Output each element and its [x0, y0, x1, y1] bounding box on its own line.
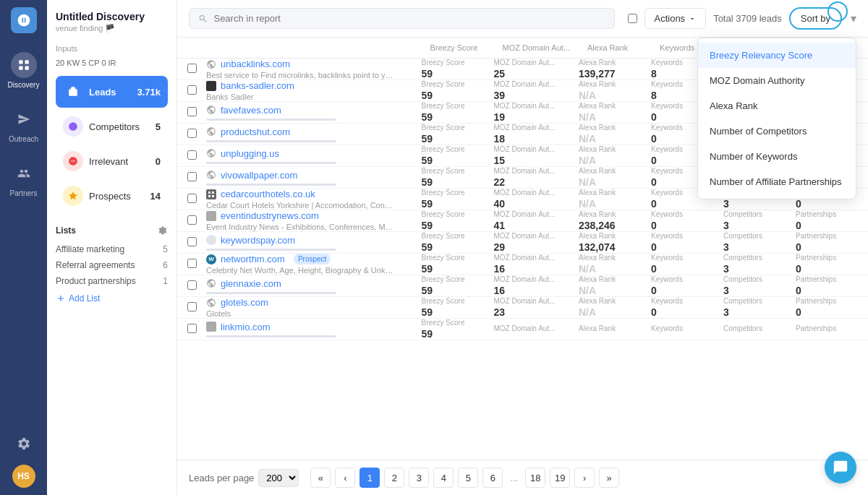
chat-button[interactable]: [825, 452, 856, 483]
row-checkbox-cell: [177, 319, 206, 340]
row-checkbox[interactable]: [187, 129, 197, 138]
sidebar-item-discovery[interactable]: Discovery: [0, 46, 47, 95]
row-checkbox[interactable]: [187, 259, 197, 268]
sort-button[interactable]: Sort by: [789, 7, 842, 30]
nav-leads[interactable]: Leads 3.71k: [56, 76, 168, 108]
sort-option-breezy[interactable]: Breezy Relevancy Score: [698, 43, 856, 68]
domain-link[interactable]: banks-sadler.com: [221, 80, 294, 91]
moz-cell: MOZ Domain Aut... 40: [493, 189, 579, 210]
competitors-value: 3: [723, 198, 796, 210]
list-item-referral[interactable]: Referral agreements 6: [56, 257, 168, 273]
settings-icon[interactable]: [11, 431, 37, 459]
nav-prospects[interactable]: Prospects 14: [56, 180, 168, 212]
domain-link[interactable]: vivowallpaper.com: [221, 170, 297, 181]
page-3[interactable]: 3: [409, 468, 429, 488]
domain-desc-bar: [206, 162, 336, 164]
page-2[interactable]: 2: [384, 468, 404, 488]
sort-option-competitors[interactable]: Number of Competitors: [698, 119, 856, 144]
sort-dropdown: Breezy Relevancy Score MOZ Domain Author…: [697, 38, 856, 199]
alexa-value: N/A: [579, 176, 651, 188]
svg-rect-6: [208, 191, 210, 194]
moz-cell: MOZ Domain Aut... 23: [493, 297, 579, 319]
domain-name: vivowallpaper.com: [206, 170, 421, 181]
sort-option-partnerships[interactable]: Number of Affiliate Partnerships: [698, 169, 856, 194]
domain-link[interactable]: glotels.com: [221, 297, 268, 308]
page-last[interactable]: »: [599, 468, 619, 488]
domain-link[interactable]: productshut.com: [221, 126, 290, 137]
moz-value: 29: [493, 241, 579, 253]
row-checkbox[interactable]: [187, 64, 197, 73]
domain-link[interactable]: cedarcourthotels.co.uk: [221, 189, 315, 199]
domain-link[interactable]: networthm.com: [221, 254, 285, 264]
page-18[interactable]: 18: [525, 468, 545, 488]
alexa-value: N/A: [579, 306, 651, 318]
page-first[interactable]: «: [310, 468, 331, 488]
search-input[interactable]: [213, 13, 605, 24]
row-checkbox[interactable]: [187, 85, 197, 95]
domain-link[interactable]: unplugging.us: [221, 148, 279, 159]
moz-value: 16: [493, 285, 579, 296]
page-next[interactable]: ›: [574, 468, 595, 488]
page-5[interactable]: 5: [458, 468, 478, 488]
lists-settings-icon[interactable]: [158, 225, 168, 236]
domain-cell: unplugging.us: [206, 145, 421, 167]
user-avatar[interactable]: HS: [12, 465, 35, 488]
actions-chevron-icon: [688, 14, 697, 23]
row-checkbox[interactable]: [187, 237, 197, 246]
sort-option-keywords[interactable]: Number of Keywords: [698, 144, 856, 169]
row-checkbox-cell: [177, 124, 206, 145]
breezy-cell: Breezy Score 59: [421, 102, 493, 124]
select-all-checkbox[interactable]: [628, 14, 637, 23]
list-item-product[interactable]: Product partnerships 1: [56, 273, 168, 289]
row-checkbox[interactable]: [187, 150, 197, 160]
domain-link[interactable]: eventindustrynews.com: [221, 210, 319, 221]
search-box[interactable]: [189, 8, 615, 29]
sidebar-item-partners[interactable]: Partners: [0, 155, 47, 203]
add-list-button[interactable]: Add List: [56, 293, 168, 304]
domain-link[interactable]: keywordspay.com: [221, 235, 295, 246]
page-1[interactable]: 1: [359, 468, 380, 488]
row-checkbox-cell: [177, 80, 206, 102]
app-logo[interactable]: [11, 7, 37, 33]
expand-icon[interactable]: ▾: [851, 12, 856, 25]
domain-link[interactable]: linkmio.com: [221, 322, 271, 332]
sidebar-item-outreach[interactable]: Outreach: [0, 100, 47, 149]
domain-cell: unbacklinks.com Best service to Find mic…: [206, 59, 421, 80]
row-checkbox[interactable]: [187, 107, 197, 116]
partnerships-value: 0: [796, 241, 868, 253]
alexa-cell: Alexa Rank N/A: [579, 254, 651, 275]
page-19[interactable]: 19: [550, 468, 570, 488]
total-leads: Total 3709 leads: [713, 13, 782, 24]
domain-desc-bar: [206, 119, 336, 121]
sort-option-moz[interactable]: MOZ Domain Authority: [698, 68, 856, 93]
page-4[interactable]: 4: [433, 468, 454, 488]
row-checkbox[interactable]: [187, 215, 197, 225]
lists-title: Lists: [56, 225, 76, 236]
page-prev[interactable]: ‹: [335, 468, 355, 488]
row-checkbox[interactable]: [187, 302, 197, 311]
row-checkbox-cell: [177, 275, 206, 297]
nav-competitors[interactable]: Competitors 5: [56, 111, 168, 142]
alexa-value: N/A: [579, 155, 651, 166]
row-checkbox[interactable]: [187, 194, 197, 203]
domain-link[interactable]: glennaxie.com: [221, 278, 281, 289]
sort-option-alexa[interactable]: Alexa Rank: [698, 93, 856, 119]
per-page-select[interactable]: 200 100 50: [258, 469, 299, 487]
keywords-cell: Keywords: [651, 319, 723, 340]
domain-link[interactable]: favefaves.com: [221, 105, 281, 116]
page-6[interactable]: 6: [482, 468, 503, 488]
row-checkbox[interactable]: [187, 172, 197, 181]
row-checkbox-cell: [177, 102, 206, 124]
moz-value: 16: [493, 263, 579, 275]
domain-link[interactable]: unbacklinks.com: [221, 59, 290, 69]
panel-subtitle: venue finding 🏴: [56, 24, 168, 33]
breezy-cell: Breezy Score 59: [421, 167, 493, 189]
nav-irrelevant[interactable]: Irrelevant 0: [56, 145, 168, 177]
keywords-value: 0: [651, 198, 723, 210]
row-checkbox[interactable]: [187, 280, 197, 290]
list-item-affiliate[interactable]: Affiliate marketing 5: [56, 241, 168, 257]
row-checkbox[interactable]: [187, 324, 197, 333]
actions-button[interactable]: Actions: [644, 8, 706, 29]
per-page-label: Leads per page 200 100 50: [189, 469, 299, 487]
breezy-value: 59: [421, 176, 493, 188]
